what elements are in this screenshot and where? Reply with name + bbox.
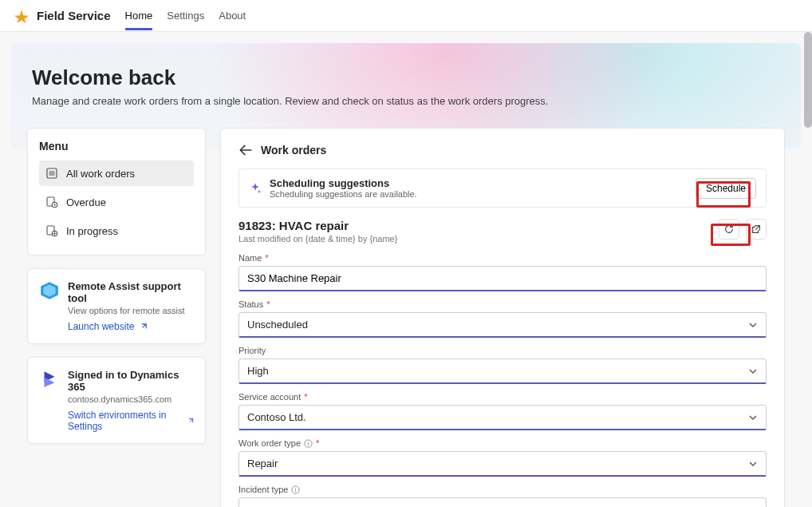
order-header: 91823: HVAC repair Last modified on {dat… xyxy=(238,219,767,244)
label-text: Incident type xyxy=(238,485,288,494)
external-link-icon xyxy=(139,323,148,331)
order-title: 91823: HVAC repair xyxy=(238,219,719,232)
switch-env-link[interactable]: Switch environments in Settings xyxy=(68,410,194,432)
name-label: Name* xyxy=(238,253,767,263)
chevron-down-icon xyxy=(748,366,758,376)
select-value: Unscheduled xyxy=(247,319,308,331)
info-icon[interactable]: i xyxy=(304,439,313,448)
sparkle-icon xyxy=(249,182,262,195)
chevron-down-icon xyxy=(748,320,758,330)
signed-in-card: Signed in to Dynamics 365 contoso.dynami… xyxy=(27,357,206,444)
svg-point-10 xyxy=(258,190,261,192)
label-text: Service account xyxy=(238,392,301,402)
scheduling-suggestion-banner: Scheduling suggestions Scheduling sugges… xyxy=(238,168,767,208)
hexagon-icon xyxy=(39,280,60,301)
hero-subtitle: Manage and create work orders from a sin… xyxy=(32,95,780,107)
status-select[interactable]: Unscheduled xyxy=(238,312,767,338)
select-value: Contoso Ltd. xyxy=(247,411,306,423)
menu-heading: Menu xyxy=(39,140,194,152)
signed-in-title: Signed in to Dynamics 365 xyxy=(68,369,194,393)
list-icon xyxy=(45,167,58,180)
required-icon: * xyxy=(266,299,270,309)
svg-text:i: i xyxy=(295,486,297,493)
menu-item-in-progress[interactable]: In progress xyxy=(39,218,194,244)
dynamics-icon xyxy=(39,369,60,390)
info-icon[interactable]: i xyxy=(291,485,300,494)
schedule-button[interactable]: Schedule xyxy=(696,178,756,199)
required-icon: * xyxy=(316,438,319,448)
select-value: Repair xyxy=(247,457,278,469)
order-meta: Last modified on {date & time} by {name} xyxy=(238,234,719,244)
hero-title: Welcome back xyxy=(32,65,780,90)
menu-item-overdue[interactable]: Overdue xyxy=(39,189,194,215)
scrollbar-thumb[interactable] xyxy=(804,32,812,128)
incident-type-label: Incident type i xyxy=(238,485,767,494)
signed-in-subtitle: contoso.dynamics365.com xyxy=(68,394,194,404)
svg-text:i: i xyxy=(308,440,309,447)
vertical-scrollbar[interactable] xyxy=(804,32,812,507)
button-label: Schedule xyxy=(706,183,746,194)
nav-tab-home[interactable]: Home xyxy=(125,2,153,30)
label-text: Status xyxy=(238,299,263,309)
label-text: Work order type xyxy=(238,438,301,448)
label-text: Priority xyxy=(238,346,266,355)
nav-tab-about[interactable]: About xyxy=(219,2,246,30)
menu-item-all-work-orders[interactable]: All work orders xyxy=(39,160,194,186)
app-logo-icon xyxy=(14,9,29,23)
back-button[interactable] xyxy=(238,143,253,157)
menu-item-label: In progress xyxy=(66,225,118,237)
priority-select[interactable]: High xyxy=(238,358,767,384)
progress-icon xyxy=(45,224,58,237)
clock-icon xyxy=(45,196,58,208)
open-external-button[interactable] xyxy=(746,219,767,240)
top-bar: Field Service Home Settings About xyxy=(0,0,812,32)
incident-type-select[interactable] xyxy=(238,497,767,507)
refresh-button[interactable] xyxy=(719,219,739,240)
work-order-type-select[interactable]: Repair xyxy=(238,451,767,477)
service-account-select[interactable]: Contoso Ltd. xyxy=(238,405,767,430)
menu-item-label: Overdue xyxy=(66,196,106,208)
nav-tab-label: About xyxy=(219,10,246,22)
suggestion-subtitle: Scheduling suggestions are available. xyxy=(270,189,417,199)
label-text: Name xyxy=(238,253,262,263)
work-order-type-label: Work order type i * xyxy=(238,438,767,448)
nav-tabs: Home Settings About xyxy=(125,2,246,30)
link-label: Switch environments in Settings xyxy=(68,410,182,432)
link-label: Launch website xyxy=(68,321,134,332)
nav-tab-label: Home xyxy=(125,10,153,22)
remote-assist-subtitle: View options for remote assist xyxy=(68,306,194,315)
remote-assist-card: Remote Assist support tool View options … xyxy=(27,268,206,344)
menu-card: Menu All work orders Overdue In progress xyxy=(27,128,206,255)
remote-assist-title: Remote Assist support tool xyxy=(68,280,194,304)
app-title: Field Service xyxy=(37,9,111,22)
status-label: Status* xyxy=(238,299,767,309)
chevron-down-icon xyxy=(748,413,758,422)
chevron-down-icon xyxy=(748,459,758,469)
menu-item-label: All work orders xyxy=(66,168,135,180)
work-order-panel: Work orders Scheduling suggestions Sched… xyxy=(220,128,785,507)
priority-label: Priority xyxy=(238,346,767,355)
nav-tab-settings[interactable]: Settings xyxy=(167,2,204,30)
suggestion-title: Scheduling suggestions xyxy=(270,177,417,189)
required-icon: * xyxy=(265,253,268,263)
required-icon: * xyxy=(304,392,307,402)
select-value: High xyxy=(247,365,269,377)
launch-website-link[interactable]: Launch website xyxy=(68,321,148,332)
service-account-label: Service account* xyxy=(238,392,767,402)
page-title: Work orders xyxy=(261,144,326,156)
external-link-icon xyxy=(187,417,194,426)
nav-tab-label: Settings xyxy=(167,10,204,22)
name-input[interactable] xyxy=(238,266,767,291)
